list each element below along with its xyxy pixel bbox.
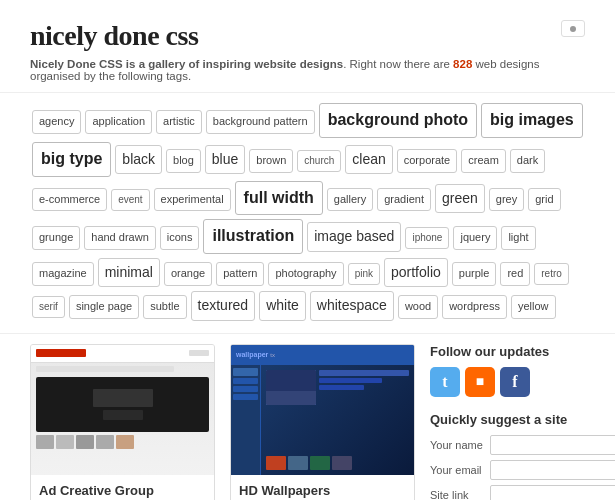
tag-cream[interactable]: cream (461, 149, 506, 173)
suggest-form: Your name Your email Site link Submit si… (430, 435, 585, 500)
tag-iphone[interactable]: iphone (405, 227, 449, 249)
design-count: 828 (453, 58, 472, 70)
email-label: Your email (430, 464, 485, 476)
social-icons: t ■ f (430, 367, 585, 397)
tag-purple[interactable]: purple (452, 262, 497, 286)
tag-gradient[interactable]: gradient (377, 188, 431, 212)
sidebar: Follow our updates t ■ f Quickly suggest… (430, 344, 585, 500)
tag-dark[interactable]: dark (510, 149, 545, 173)
tag-blog[interactable]: blog (166, 149, 201, 173)
name-row: Your name (430, 435, 585, 455)
tag-green[interactable]: green (435, 184, 485, 213)
tag-red[interactable]: red (500, 262, 530, 286)
tag-retro[interactable]: retro (534, 263, 569, 285)
tagline: Nicely Done CSS is a gallery of inspirin… (30, 58, 585, 82)
tag-black[interactable]: black (115, 145, 162, 174)
tags-section: agencyapplicationartisticbackground patt… (0, 93, 615, 334)
tag-grid[interactable]: grid (528, 188, 560, 212)
tag-textured[interactable]: textured (191, 291, 256, 320)
suggest-section: Quickly suggest a site Your name Your em… (430, 412, 585, 500)
main-content: Ad Creative Group Unrated - Want to go f… (0, 334, 615, 500)
tag-icons[interactable]: icons (160, 226, 200, 250)
tag-jquery[interactable]: jquery (453, 226, 497, 250)
tag-whitespace[interactable]: whitespace (310, 291, 394, 320)
header: nicely done css Nicely Done CSS is a gal… (0, 0, 615, 93)
tag-event[interactable]: event (111, 189, 149, 211)
name-label: Your name (430, 439, 485, 451)
tag-illustration[interactable]: illustration (203, 219, 303, 254)
suggest-title: Quickly suggest a site (430, 412, 585, 427)
follow-title: Follow our updates (430, 344, 585, 359)
email-input[interactable] (490, 460, 615, 480)
facebook-icon[interactable]: f (500, 367, 530, 397)
tag-photography[interactable]: photography (268, 262, 343, 286)
tag-gallery[interactable]: gallery (327, 188, 373, 212)
tag-corporate[interactable]: corporate (397, 149, 457, 173)
gallery-thumb-hd-wallpapers[interactable]: wallpaper tx (231, 345, 414, 475)
gallery-area: Ad Creative Group Unrated - Want to go f… (30, 344, 415, 500)
tag-white[interactable]: white (259, 291, 306, 320)
tag-magazine[interactable]: magazine (32, 262, 94, 286)
tag-artistic[interactable]: artistic (156, 110, 202, 134)
gallery-thumb-ad-creative[interactable] (31, 345, 214, 475)
tag-serif[interactable]: serif (32, 296, 65, 318)
tag-yellow[interactable]: yellow (511, 295, 556, 319)
follow-section: Follow our updates t ■ f (430, 344, 585, 397)
gallery-grid: Ad Creative Group Unrated - Want to go f… (30, 344, 415, 500)
gallery-info-hd-wallpapers: HD Wallpapers Rated 5.00/10 by 1 visitor… (231, 475, 414, 500)
tag-church[interactable]: church (297, 150, 341, 172)
tag-clean[interactable]: clean (345, 145, 392, 174)
tag-wordpress[interactable]: wordpress (442, 295, 507, 319)
rss-icon[interactable]: ■ (465, 367, 495, 397)
tag-big-images[interactable]: big images (481, 103, 583, 138)
tag-pattern[interactable]: pattern (216, 262, 264, 286)
site-row: Site link (430, 485, 585, 500)
tag-minimal[interactable]: minimal (98, 258, 160, 287)
tag-hand-drawn[interactable]: hand drawn (84, 226, 156, 250)
tag-grunge[interactable]: grunge (32, 226, 80, 250)
gallery-item-title: Ad Creative Group (39, 483, 206, 498)
gallery-item-ad-creative: Ad Creative Group Unrated - Want to go f… (30, 344, 215, 500)
gallery-info-ad-creative: Ad Creative Group Unrated - Want to go f… (31, 475, 214, 500)
tag-single-page[interactable]: single page (69, 295, 139, 319)
tag-grey[interactable]: grey (489, 188, 524, 212)
tagline-start: Nicely Done CSS is a gallery of inspirin… (30, 58, 343, 70)
tag-background-pattern[interactable]: background pattern (206, 110, 315, 134)
tag-blue[interactable]: blue (205, 145, 245, 174)
tag-light[interactable]: light (501, 226, 535, 250)
email-row: Your email (430, 460, 585, 480)
tag-pink[interactable]: pink (348, 263, 380, 285)
tag-application[interactable]: application (85, 110, 152, 134)
tag-orange[interactable]: orange (164, 262, 212, 286)
site-label: Site link (430, 489, 485, 500)
tag-agency[interactable]: agency (32, 110, 81, 134)
tag-brown[interactable]: brown (249, 149, 293, 173)
logo-dot-area (561, 20, 585, 37)
tag-image-based[interactable]: image based (307, 222, 401, 251)
tag-big-type[interactable]: big type (32, 142, 111, 177)
tag-subtle[interactable]: subtle (143, 295, 186, 319)
tag-background-photo[interactable]: background photo (319, 103, 477, 138)
tag-wood[interactable]: wood (398, 295, 438, 319)
tag-experimental[interactable]: experimental (154, 188, 231, 212)
twitter-icon[interactable]: t (430, 367, 460, 397)
site-input[interactable] (490, 485, 615, 500)
tag-full-width[interactable]: full width (235, 181, 323, 216)
name-input[interactable] (490, 435, 615, 455)
tag-portfolio[interactable]: portfolio (384, 258, 448, 287)
tag-e-commerce[interactable]: e-commerce (32, 188, 107, 212)
gallery-item-hd-wallpapers: wallpaper tx (230, 344, 415, 500)
site-title: nicely done css (30, 20, 198, 52)
gallery-item-title-hd: HD Wallpapers (239, 483, 406, 498)
